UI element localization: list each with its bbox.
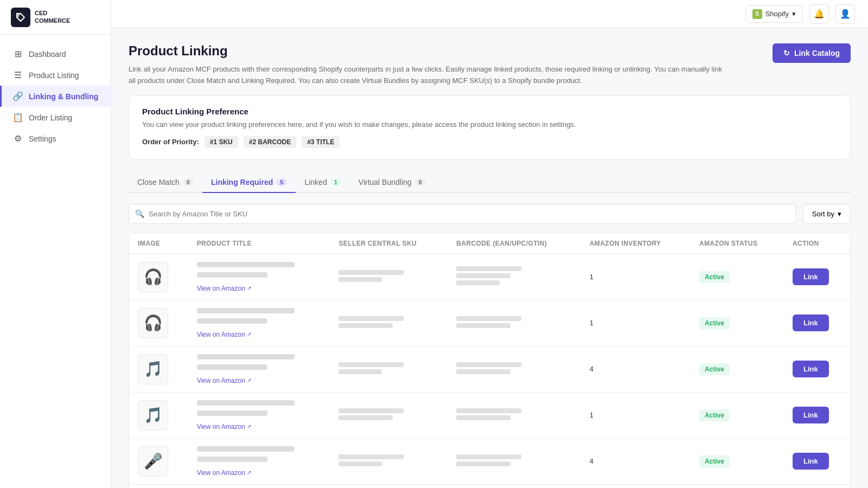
product-title-cell: View on Amazon ↗ <box>188 392 330 438</box>
sidebar-item-label: Dashboard <box>29 50 66 59</box>
product-title-cell: View on Amazon ↗ <box>188 346 330 392</box>
sidebar-item-linking-bundling[interactable]: 🔗 Linking & Bundling <box>0 86 111 107</box>
product-title-text-2 <box>197 364 267 370</box>
external-link-icon: ↗ <box>247 423 251 429</box>
search-input[interactable] <box>129 204 796 224</box>
barcode-blurred <box>456 415 510 420</box>
product-title-text-2 <box>197 272 267 278</box>
sidebar-item-label: Linking & Bundling <box>29 92 98 101</box>
link-catalog-button[interactable]: ↻ Link Catalog <box>773 43 851 63</box>
logo-icon <box>11 8 30 27</box>
sku-blurred <box>339 362 404 367</box>
col-product-title: Product Title <box>188 233 330 254</box>
sidebar-item-order-listing[interactable]: 📋 Order Listing <box>0 107 111 128</box>
search-icon: 🔍 <box>135 209 144 218</box>
view-on-amazon-link[interactable]: View on Amazon ↗ <box>197 423 322 431</box>
sku-cell <box>330 392 448 438</box>
product-image: 🎵 <box>138 354 168 384</box>
view-on-amazon-link[interactable]: View on Amazon ↗ <box>197 331 322 338</box>
table-footer: Items: 10 25 50 Showing 1 - 5 of 5 ‹ 1 › <box>129 484 850 488</box>
action-cell: Link <box>784 300 850 346</box>
view-on-amazon-link[interactable]: View on Amazon ↗ <box>197 377 322 384</box>
product-table: Image Product Title Seller Central SKU B… <box>129 233 851 488</box>
sku-blurred <box>339 415 393 420</box>
product-title-text <box>197 262 295 267</box>
table-row: 🎵 View on Amazon ↗ 4ActiveLink <box>129 346 850 392</box>
tab-linked-count: 1 <box>330 178 341 186</box>
action-cell: Link <box>784 254 850 300</box>
sku-blurred <box>339 461 382 466</box>
link-product-button[interactable]: Link <box>793 361 829 377</box>
barcode-blurred <box>456 461 510 466</box>
action-cell: Link <box>784 346 850 392</box>
barcode-blurred <box>456 323 510 328</box>
sku-blurred <box>339 316 404 321</box>
page-header-left: Product Linking Link all your Amazon MCF… <box>129 43 725 87</box>
tab-close-match[interactable]: Close Match 0 <box>129 172 202 193</box>
product-image-cell: 🎤 <box>129 438 188 484</box>
sidebar-item-dashboard[interactable]: ⊞ Dashboard <box>0 43 111 65</box>
link-product-button[interactable]: Link <box>793 314 829 331</box>
barcode-cell <box>448 392 580 438</box>
link-product-button[interactable]: Link <box>793 407 829 423</box>
barcode-blurred <box>456 408 521 413</box>
barcode-cell <box>448 254 580 300</box>
link-product-button[interactable]: Link <box>793 268 829 285</box>
product-title-cell: View on Amazon ↗ <box>188 254 330 300</box>
inventory-cell: 4 <box>581 346 691 392</box>
user-icon: 👤 <box>840 9 851 19</box>
settings-icon: ⚙ <box>12 133 23 144</box>
external-link-icon: ↗ <box>247 377 251 383</box>
product-image: 🎵 <box>138 400 168 431</box>
sku-blurred <box>339 408 404 413</box>
sku-blurred <box>339 454 404 459</box>
status-cell: Active <box>691 392 784 438</box>
shopify-selector[interactable]: S Shopify ▾ <box>745 5 803 23</box>
link-catalog-label: Link Catalog <box>794 49 840 57</box>
tab-close-match-label: Close Match <box>137 178 180 187</box>
col-barcode: Barcode (EAN/UPC/GTIN) <box>448 233 580 254</box>
tab-virtual-bundling-count: 0 <box>415 178 426 186</box>
link-product-button[interactable]: Link <box>793 453 829 470</box>
sidebar-item-settings[interactable]: ⚙ Settings <box>0 128 111 149</box>
search-wrapper: 🔍 <box>129 204 796 224</box>
barcode-blurred <box>456 266 521 271</box>
sidebar-item-product-listing[interactable]: ☰ Product Listing <box>0 65 111 86</box>
barcode-blurred <box>456 316 521 321</box>
tab-linked[interactable]: Linked 1 <box>296 172 349 193</box>
table-row: 🎤 View on Amazon ↗ 4ActiveLink <box>129 438 850 484</box>
shopify-label: Shopify <box>765 10 789 18</box>
view-on-amazon-link[interactable]: View on Amazon ↗ <box>197 469 322 477</box>
status-badge: Active <box>699 271 730 283</box>
sidebar-item-label: Settings <box>29 134 56 143</box>
status-cell: Active <box>691 346 784 392</box>
col-sku: Seller Central SKU <box>330 233 448 254</box>
status-badge: Active <box>699 409 730 421</box>
barcode-cell <box>448 346 580 392</box>
barcode-blurred <box>456 280 500 285</box>
tab-virtual-bundling[interactable]: Virtual Bundling 0 <box>350 172 435 193</box>
product-title-text <box>197 308 295 313</box>
view-amazon-label: View on Amazon <box>197 285 245 292</box>
sku-cell <box>330 254 448 300</box>
user-profile-button[interactable]: 👤 <box>835 4 855 24</box>
product-image-cell: 🎧 <box>129 254 188 300</box>
product-title-text-2 <box>197 410 267 416</box>
status-badge: Active <box>699 363 730 375</box>
sort-button[interactable]: Sort by ▾ <box>803 204 851 224</box>
sku-blurred <box>339 270 404 275</box>
tab-linking-required[interactable]: Linking Required 5 <box>202 172 296 193</box>
product-title-text <box>197 446 295 452</box>
status-cell: Active <box>691 254 784 300</box>
tab-linked-label: Linked <box>304 178 327 187</box>
notification-button[interactable]: 🔔 <box>809 4 829 24</box>
view-amazon-label: View on Amazon <box>197 423 245 431</box>
table-header-row: Image Product Title Seller Central SKU B… <box>129 233 850 254</box>
view-amazon-label: View on Amazon <box>197 331 245 338</box>
barcode-blurred <box>456 369 510 374</box>
product-image-cell: 🎵 <box>129 392 188 438</box>
status-badge: Active <box>699 455 730 467</box>
shopify-logo-icon: S <box>752 9 762 19</box>
view-on-amazon-link[interactable]: View on Amazon ↗ <box>197 285 322 292</box>
priority-badge-sku: #1 SKU <box>205 136 238 148</box>
